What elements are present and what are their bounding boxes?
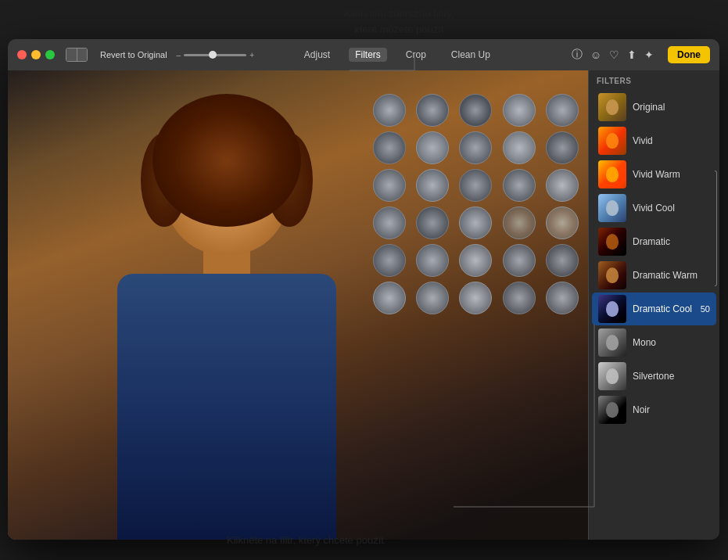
- filter-label-dramatic: Dramatic: [633, 236, 710, 247]
- filter-item-noir[interactable]: Noir: [592, 393, 716, 426]
- dramatic-group-bracket: [715, 171, 717, 286]
- photo-area: [8, 70, 588, 540]
- filter-thumb-mono: [598, 328, 626, 357]
- zoom-in-icon: +: [249, 51, 254, 59]
- filter-item-silvertone[interactable]: Silvertone: [592, 360, 716, 393]
- wall-circles: [369, 70, 588, 540]
- filter-label-silvertone: Silvertone: [633, 371, 710, 382]
- filter-item-vivid[interactable]: Vivid: [592, 124, 716, 157]
- filter-value-dramatic-cool: 50: [701, 304, 710, 314]
- close-button[interactable]: [17, 50, 27, 59]
- filter-thumb-vivid: [598, 127, 626, 155]
- photo-background: [8, 70, 588, 540]
- traffic-lights: [17, 50, 55, 59]
- content-area: FILTERS Original Vivid Vivid Warm: [8, 70, 719, 540]
- filter-item-vivid-warm[interactable]: Vivid Warm: [592, 158, 716, 191]
- crop-tab[interactable]: Crop: [400, 48, 432, 62]
- info-icon[interactable]: ⓘ: [572, 48, 583, 62]
- filter-item-dramatic[interactable]: Dramatic: [592, 225, 716, 258]
- filter-thumb-silvertone: [598, 362, 626, 390]
- filter-item-original[interactable]: Original: [592, 91, 716, 124]
- view-toggle[interactable]: [66, 48, 88, 62]
- filter-label-dramatic-cool: Dramatic Cool: [633, 303, 694, 314]
- filters-header: FILTERS: [589, 70, 719, 90]
- share-icon[interactable]: ⬆: [627, 48, 637, 61]
- callout-top: Kliknutím zobrazíte filtry, které můžete…: [344, 6, 454, 37]
- filter-label-dramatic-warm: Dramatic Warm: [633, 270, 710, 281]
- person-silhouette: [70, 86, 383, 540]
- face-icon[interactable]: ☺: [590, 48, 601, 61]
- filter-label-vivid-cool: Vivid Cool: [633, 203, 710, 214]
- main-window: Revert to Original – + Adjust Filters Cr…: [8, 39, 719, 540]
- toolbar-icons: ⓘ ☺ ♡ ⬆ ✦ Done: [572, 46, 710, 63]
- maximize-button[interactable]: [45, 50, 55, 59]
- zoom-out-icon: –: [177, 51, 181, 59]
- nav-buttons: Adjust Filters Crop Clean Up: [298, 48, 497, 62]
- adjust-tab[interactable]: Adjust: [298, 48, 336, 62]
- filter-item-mono[interactable]: Mono: [592, 326, 716, 359]
- heart-icon[interactable]: ♡: [609, 48, 619, 61]
- filter-label-mono: Mono: [633, 337, 710, 348]
- zoom-slider[interactable]: – +: [177, 51, 254, 59]
- filter-item-dramatic-warm[interactable]: Dramatic Warm: [592, 259, 716, 292]
- filter-thumb-dramatic-cool: [598, 295, 626, 323]
- filter-label-noir: Noir: [633, 404, 710, 415]
- filter-thumb-vivid-warm: [598, 160, 626, 188]
- done-button[interactable]: Done: [668, 46, 710, 63]
- clean-up-tab[interactable]: Clean Up: [445, 48, 497, 62]
- filter-thumb-vivid-cool: [598, 194, 626, 222]
- filter-thumb-original: [598, 93, 626, 121]
- filter-thumb-noir: [598, 396, 626, 424]
- minimize-button[interactable]: [31, 50, 41, 59]
- filter-label-vivid-warm: Vivid Warm: [633, 169, 710, 180]
- filter-label-original: Original: [633, 102, 710, 113]
- filter-item-dramatic-cool[interactable]: Dramatic Cool 50: [592, 293, 716, 325]
- filter-thumb-dramatic-warm: [598, 261, 626, 289]
- slider-track: [184, 54, 246, 56]
- filter-thumb-dramatic: [598, 228, 626, 256]
- more-icon[interactable]: ✦: [644, 48, 654, 61]
- filter-label-vivid: Vivid: [633, 135, 710, 146]
- filters-panel: FILTERS Original Vivid Vivid Warm: [588, 70, 719, 540]
- slider-thumb: [209, 51, 217, 59]
- filters-tab[interactable]: Filters: [349, 48, 387, 62]
- titlebar: Revert to Original – + Adjust Filters Cr…: [8, 39, 719, 70]
- revert-to-original-button[interactable]: Revert to Original: [100, 50, 167, 59]
- filter-item-vivid-cool[interactable]: Vivid Cool: [592, 192, 716, 224]
